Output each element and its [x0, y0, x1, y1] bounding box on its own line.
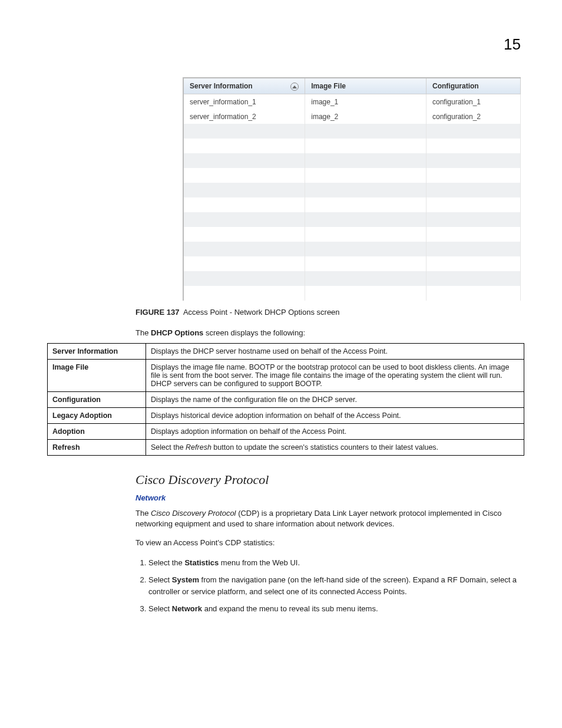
- cell: [426, 168, 520, 183]
- step-item: Select System from the navigation pane (…: [148, 574, 525, 597]
- cell: [184, 197, 305, 212]
- page-number: 15: [41, 35, 521, 54]
- table-row[interactable]: [184, 183, 521, 197]
- intro-line: The DHCP Options screen displays the fol…: [135, 328, 521, 337]
- cell: [426, 242, 520, 256]
- cdp-em: Cisco Discovery Protocol: [151, 509, 236, 518]
- def-desc: Displays adoption information on behalf …: [146, 424, 524, 440]
- cell: [305, 286, 427, 301]
- figure-title: Access Point - Network DHCP Options scre…: [183, 308, 340, 317]
- cell: [426, 183, 520, 197]
- definitions-table: Server Information Displays the DHCP ser…: [47, 343, 524, 456]
- table-row[interactable]: server_information_2image_2configuration…: [184, 109, 521, 124]
- intro-pre: The: [135, 328, 151, 337]
- cell: [184, 139, 305, 153]
- col-header-label: Configuration: [432, 82, 479, 90]
- def-row: Refresh Select the Refresh button to upd…: [48, 440, 524, 456]
- table-row[interactable]: [184, 168, 521, 183]
- table-row[interactable]: [184, 139, 521, 153]
- def-row: Adoption Displays adoption information o…: [48, 424, 524, 440]
- figure-label: FIGURE 137: [135, 308, 179, 317]
- def-desc: Displays the DHCP server hostname used o…: [146, 344, 524, 360]
- def-term: Server Information: [48, 344, 146, 360]
- def-term: Refresh: [48, 440, 146, 456]
- cell: [426, 124, 520, 139]
- cell: [305, 168, 427, 183]
- table-row[interactable]: [184, 271, 521, 286]
- def-row: Legacy Adoption Displays historical devi…: [48, 408, 524, 424]
- steps-list: Select the Statistics menu from the Web …: [135, 557, 525, 615]
- table-row[interactable]: [184, 227, 521, 242]
- def-term: Configuration: [48, 392, 146, 408]
- def-term: Legacy Adoption: [48, 408, 146, 424]
- grid-body: server_information_1image_1configuration…: [184, 94, 521, 301]
- table-row[interactable]: [184, 153, 521, 168]
- cell: [426, 256, 520, 271]
- cell: [426, 271, 520, 286]
- cell: [184, 168, 305, 183]
- col-header-server-info[interactable]: Server Information: [184, 78, 305, 94]
- cell: [426, 286, 520, 301]
- cdp-pre: The: [135, 509, 151, 518]
- network-link[interactable]: Network: [135, 493, 521, 502]
- cell: [305, 212, 427, 227]
- cell: configuration_2: [426, 109, 520, 124]
- cell: [305, 124, 427, 139]
- cell: server_information_2: [184, 109, 305, 124]
- def-term: Adoption: [48, 424, 146, 440]
- cell: [305, 153, 427, 168]
- def-desc: Select the Refresh button to update the …: [146, 440, 524, 456]
- cell: [184, 124, 305, 139]
- step-item: Select the Statistics menu from the Web …: [148, 557, 525, 569]
- cell: [184, 227, 305, 242]
- def-term: Image File: [48, 360, 146, 392]
- table-row[interactable]: [184, 256, 521, 271]
- cell: [305, 139, 427, 153]
- cell: [305, 242, 427, 256]
- sort-asc-icon[interactable]: [290, 83, 299, 91]
- section-title: Cisco Discovery Protocol: [135, 472, 521, 487]
- step-item: Select Network and expand the menu to re…: [148, 603, 525, 615]
- cell: configuration_1: [426, 94, 520, 110]
- table-row[interactable]: [184, 242, 521, 256]
- intro-strong: DHCP Options: [151, 328, 203, 337]
- col-header-image-file[interactable]: Image File: [305, 78, 427, 94]
- cell: image_1: [305, 94, 427, 110]
- view-line: To view an Access Point's CDP statistics…: [135, 538, 524, 548]
- def-desc: Displays the image file name. BOOTP or t…: [146, 360, 524, 392]
- table-row[interactable]: [184, 212, 521, 227]
- cdp-paragraph: The Cisco Discovery Protocol (CDP) is a …: [135, 508, 524, 529]
- cell: [184, 153, 305, 168]
- cell: image_2: [305, 109, 427, 124]
- cell: [184, 183, 305, 197]
- col-header-configuration[interactable]: Configuration: [426, 78, 520, 94]
- dhcp-options-grid: Server Information Image File Configurat…: [184, 78, 521, 301]
- cell: [426, 197, 520, 212]
- cell: [426, 153, 520, 168]
- cell: [184, 286, 305, 301]
- def-desc: Displays the name of the configuration f…: [146, 392, 524, 408]
- cell: [305, 271, 427, 286]
- table-row[interactable]: [184, 197, 521, 212]
- figure-caption: FIGURE 137 Access Point - Network DHCP O…: [135, 308, 521, 317]
- def-row: Server Information Displays the DHCP ser…: [48, 344, 524, 360]
- cell: [184, 212, 305, 227]
- def-row: Image File Displays the image file name.…: [48, 360, 524, 392]
- cell: [305, 256, 427, 271]
- col-header-label: Server Information: [190, 82, 253, 90]
- cell: [184, 242, 305, 256]
- cell: [426, 227, 520, 242]
- cell: [426, 139, 520, 153]
- cell: server_information_1: [184, 94, 305, 110]
- cell: [426, 212, 520, 227]
- cell: [305, 183, 427, 197]
- cell: [184, 271, 305, 286]
- table-row[interactable]: server_information_1image_1configuration…: [184, 94, 521, 110]
- def-row: Configuration Displays the name of the c…: [48, 392, 524, 408]
- cell: [305, 197, 427, 212]
- screenshot-table-wrap: Server Information Image File Configurat…: [183, 77, 521, 301]
- table-row[interactable]: [184, 124, 521, 139]
- table-row[interactable]: [184, 286, 521, 301]
- cell: [305, 227, 427, 242]
- def-desc: Displays historical device adoption info…: [146, 408, 524, 424]
